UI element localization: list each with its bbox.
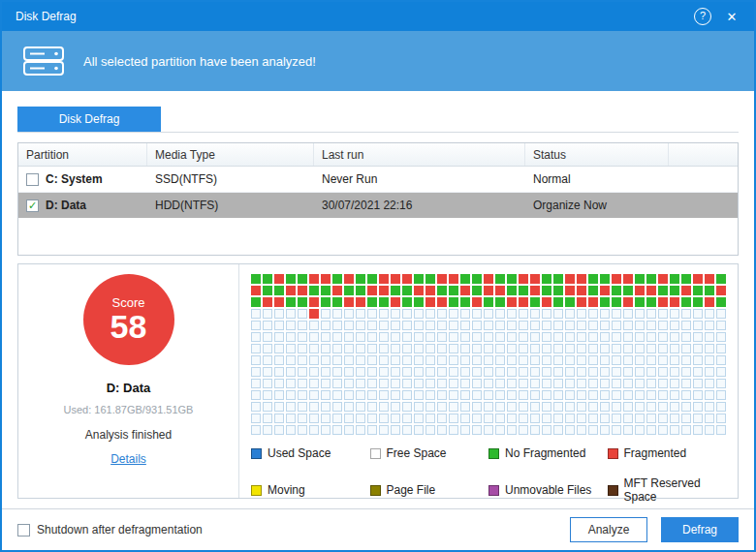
block-cell-free_space xyxy=(588,321,598,330)
block-cell-free_space xyxy=(251,309,261,319)
block-cell-free_space xyxy=(612,425,621,435)
block-cell-free_space xyxy=(577,367,586,377)
block-cell-free_space xyxy=(530,414,540,423)
block-map-legend: Used SpaceFree SpaceNo FragmentedFragmen… xyxy=(251,446,726,504)
block-cell-free_space xyxy=(274,309,284,319)
block-cell-free_space xyxy=(321,414,331,423)
block-cell-free_space xyxy=(379,414,389,423)
column-status[interactable]: Status xyxy=(525,143,669,166)
tab-disk-defrag[interactable]: Disk Defrag xyxy=(17,107,161,132)
block-cell-free_space xyxy=(600,379,610,388)
block-cell-free_space xyxy=(705,332,714,342)
block-cell-free_space xyxy=(495,425,505,435)
block-cell-free_space xyxy=(495,402,505,412)
block-cell-free_space xyxy=(588,425,598,435)
block-cell-free_space xyxy=(519,367,528,377)
column-last-run[interactable]: Last run xyxy=(314,143,525,166)
block-cell-free_space xyxy=(565,344,575,353)
block-cell-free_space xyxy=(658,355,668,365)
partition-label: C: System xyxy=(46,172,103,186)
block-cell-free_space xyxy=(425,425,435,435)
block-cell-free_space xyxy=(612,414,621,423)
row-d-checkbox[interactable]: ✓ xyxy=(26,199,39,212)
block-cell-free_space xyxy=(623,309,633,319)
block-cell-free_space xyxy=(623,390,633,400)
block-cell-free_space xyxy=(356,321,365,330)
block-cell-free_space xyxy=(670,390,679,400)
help-button[interactable]: ? xyxy=(688,2,717,31)
analyze-button[interactable]: Analyze xyxy=(570,517,647,542)
block-cell-free_space xyxy=(588,344,598,353)
block-cell-free_space xyxy=(484,367,493,377)
block-cell-free_space xyxy=(391,425,400,435)
block-cell-free_space xyxy=(542,425,551,435)
block-cell-free_space xyxy=(251,367,261,377)
block-cell-free_space xyxy=(298,414,307,423)
block-cell-free_space xyxy=(681,367,691,377)
block-cell-free_space xyxy=(530,344,540,353)
block-cell-free_space xyxy=(437,425,447,435)
block-cell-free_space xyxy=(658,425,668,435)
block-cell-free_space xyxy=(251,414,261,423)
block-cell-free_space xyxy=(274,321,284,330)
block-cell-free_space xyxy=(519,332,528,342)
shutdown-checkbox[interactable] xyxy=(17,524,30,537)
tab-bar: Disk Defrag xyxy=(17,107,739,133)
disk-icon xyxy=(21,44,66,78)
block-cell-free_space xyxy=(519,379,528,388)
block-cell-free_space xyxy=(484,379,493,388)
block-cell-free_space xyxy=(623,367,633,377)
table-row-c[interactable]: C: System SSD(NTFS) Never Run Normal xyxy=(18,167,738,193)
block-cell-free_space xyxy=(716,367,726,377)
block-cell-free_space xyxy=(577,355,586,365)
block-cell-free_space xyxy=(623,425,633,435)
block-cell-free_space xyxy=(332,390,342,400)
block-cell-free_space xyxy=(298,355,307,365)
column-media-type[interactable]: Media Type xyxy=(147,143,314,166)
column-partition[interactable]: Partition xyxy=(18,143,147,166)
block-cell-fragmented xyxy=(402,274,412,284)
block-cell-free_space xyxy=(263,355,272,365)
table-row-d[interactable]: ✓ D: Data HDD(NTFS) 30/07/2021 22:16 Org… xyxy=(18,193,738,218)
block-cell-free_space xyxy=(321,402,331,412)
block-cell-free_space xyxy=(495,309,505,319)
block-cell-free_space xyxy=(367,425,377,435)
block-cell-free_space xyxy=(495,390,505,400)
block-cell-fragmented xyxy=(495,286,505,295)
legend-item: Page File xyxy=(370,476,489,504)
block-cell-free_space xyxy=(414,332,424,342)
row-c-checkbox[interactable] xyxy=(26,173,39,186)
block-cell-free_space xyxy=(484,414,493,423)
block-cell-free_space xyxy=(588,309,598,319)
close-button[interactable]: ✕ xyxy=(717,2,746,31)
block-cell-free_space xyxy=(263,425,272,435)
block-cell-free_space xyxy=(658,390,668,400)
block-cell-free_space xyxy=(670,414,679,423)
block-cell-free_space xyxy=(402,379,412,388)
block-cell-free_space xyxy=(437,309,447,319)
block-cell-free_space xyxy=(321,332,331,342)
block-cell-free_space xyxy=(472,402,482,412)
block-cell-no_fragmented xyxy=(623,286,633,295)
block-cell-no_fragmented xyxy=(693,297,703,307)
block-cell-free_space xyxy=(344,367,354,377)
status-value: Normal xyxy=(525,172,669,186)
block-cell-free_space xyxy=(309,379,319,388)
block-cell-no_fragmented xyxy=(612,297,621,307)
block-cell-no_fragmented xyxy=(588,274,598,284)
block-cell-free_space xyxy=(344,425,354,435)
block-cell-free_space xyxy=(495,321,505,330)
block-cell-free_space xyxy=(332,402,342,412)
block-cell-free_space xyxy=(519,355,528,365)
legend-color-chip xyxy=(251,485,262,496)
block-cell-free_space xyxy=(635,425,645,435)
block-cell-free_space xyxy=(402,414,412,423)
block-cell-fragmented xyxy=(542,297,551,307)
block-cell-free_space xyxy=(414,390,424,400)
defrag-button[interactable]: Defrag xyxy=(661,517,739,542)
block-cell-free_space xyxy=(414,355,424,365)
block-cell-free_space xyxy=(646,321,656,330)
block-cell-free_space xyxy=(716,355,726,365)
details-link[interactable]: Details xyxy=(110,452,146,466)
block-cell-free_space xyxy=(309,344,319,353)
